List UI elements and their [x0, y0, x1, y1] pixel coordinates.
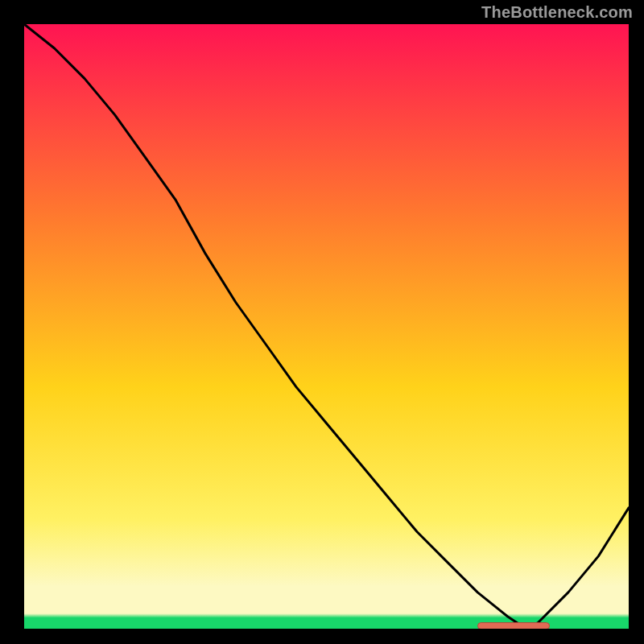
background-gradient	[24, 24, 629, 629]
chart-stage: TheBottleneck.com	[0, 0, 644, 644]
watermark-text: TheBottleneck.com	[481, 3, 633, 22]
svg-rect-0	[24, 24, 629, 629]
x-axis-margin	[0, 629, 644, 644]
y-axis-margin	[0, 24, 24, 644]
plot-area	[24, 24, 629, 629]
